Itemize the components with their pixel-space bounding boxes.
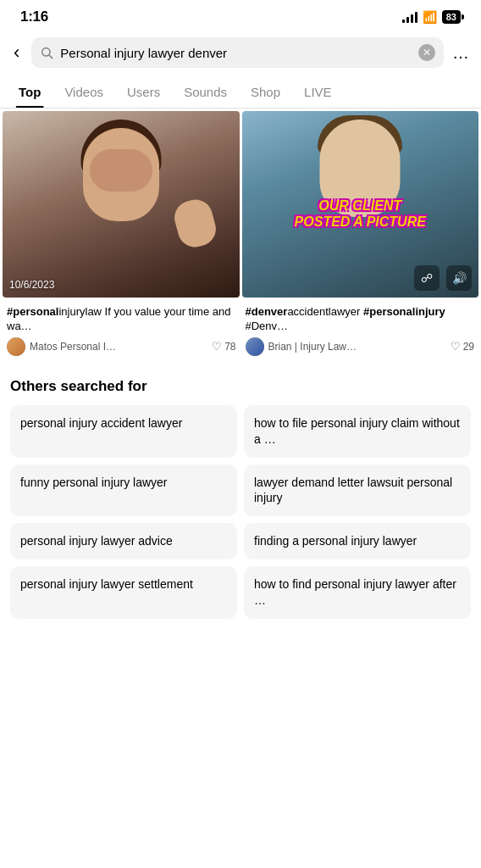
search-suggestion-1[interactable]: how to file personal injury claim withou… <box>244 405 471 458</box>
tab-live[interactable]: LIVE <box>292 76 344 108</box>
status-icons: 📶 83 <box>402 10 461 24</box>
back-button[interactable]: ‹ <box>10 40 23 65</box>
more-button[interactable]: … <box>452 43 471 63</box>
video-date: 10/6/2023 <box>9 279 54 291</box>
tab-shop[interactable]: Shop <box>239 76 292 108</box>
signal-icon <box>402 11 417 23</box>
video-caption-2: #denveraccidentlawyer #personalinjury #D… <box>246 305 475 334</box>
search-input-wrap[interactable]: Personal injury lawyer denver ✕ <box>31 37 444 68</box>
search-suggestion-6[interactable]: personal injury lawyer settlement <box>10 566 237 619</box>
video-grid: 10/6/2023 OUR CLIENT POSTED A PICTURE ☍ … <box>0 108 481 300</box>
search-suggestions-grid: personal injury accident lawyer how to f… <box>10 405 471 619</box>
search-suggestion-7[interactable]: how to find personal injury lawyer after… <box>244 566 471 619</box>
video-meta: #personalinjurylaw If you value your tim… <box>0 300 481 364</box>
sound-icon[interactable]: 🔊 <box>446 265 472 291</box>
video-meta-1: #personalinjurylaw If you value your tim… <box>3 305 240 356</box>
video-card-1[interactable]: 10/6/2023 <box>3 111 240 298</box>
search-suggestion-3[interactable]: lawyer demand letter lawsuit personal in… <box>244 465 471 517</box>
video-overlay-text: OUR CLIENT POSTED A PICTURE <box>253 198 467 230</box>
decoration <box>170 196 219 251</box>
avatar-1 <box>7 337 25 356</box>
tab-videos[interactable]: Videos <box>53 76 115 108</box>
battery-icon: 83 <box>442 10 461 24</box>
wifi-icon: 📶 <box>423 10 437 24</box>
others-section: Others searched for personal injury acci… <box>0 364 481 629</box>
video-meta-row: #personalinjurylaw If you value your tim… <box>3 305 478 356</box>
video-controls: ☍ 🔊 <box>414 265 472 291</box>
tab-users[interactable]: Users <box>115 76 172 108</box>
others-title: Others searched for <box>10 378 471 395</box>
search-query[interactable]: Personal injury lawyer denver <box>60 46 412 60</box>
tab-sounds[interactable]: Sounds <box>172 76 239 108</box>
username-1: Matos Personal I… <box>30 341 207 353</box>
video-user-row-2: Brian | Injury Law… ♡ 29 <box>246 337 475 356</box>
tabs-row: Top Videos Users Sounds Shop LIVE <box>0 76 481 108</box>
video-card-2[interactable]: OUR CLIENT POSTED A PICTURE ☍ 🔊 <box>242 111 479 298</box>
video-user-row-1: Matos Personal I… ♡ 78 <box>7 337 236 356</box>
like-count-2: ♡ 29 <box>451 340 474 353</box>
tab-top[interactable]: Top <box>7 76 53 108</box>
caption-icon[interactable]: ☍ <box>414 265 440 291</box>
heart-icon-1: ♡ <box>212 340 222 353</box>
search-icon <box>40 46 53 59</box>
search-suggestion-5[interactable]: finding a personal injury lawyer <box>244 523 471 559</box>
clear-button[interactable]: ✕ <box>418 44 435 61</box>
username-2: Brian | Injury Law… <box>268 341 446 353</box>
video-meta-2: #denveraccidentlawyer #personalinjury #D… <box>242 305 478 356</box>
avatar-2 <box>246 337 264 356</box>
status-time: 1:16 <box>20 8 48 25</box>
video-thumbnail-1 <box>3 111 240 298</box>
video-caption-1: #personalinjurylaw If you value your tim… <box>7 305 236 334</box>
status-bar: 1:16 📶 83 <box>0 0 481 31</box>
svg-line-1 <box>49 55 53 58</box>
search-suggestion-2[interactable]: funny personal injury lawyer <box>10 465 237 517</box>
like-count-1: ♡ 78 <box>212 340 235 353</box>
heart-icon-2: ♡ <box>451 340 461 353</box>
decoration <box>83 128 159 221</box>
search-bar: ‹ Personal injury lawyer denver ✕ … <box>0 31 481 76</box>
search-suggestion-0[interactable]: personal injury accident lawyer <box>10 405 237 458</box>
search-suggestion-4[interactable]: personal injury lawyer advice <box>10 523 237 559</box>
